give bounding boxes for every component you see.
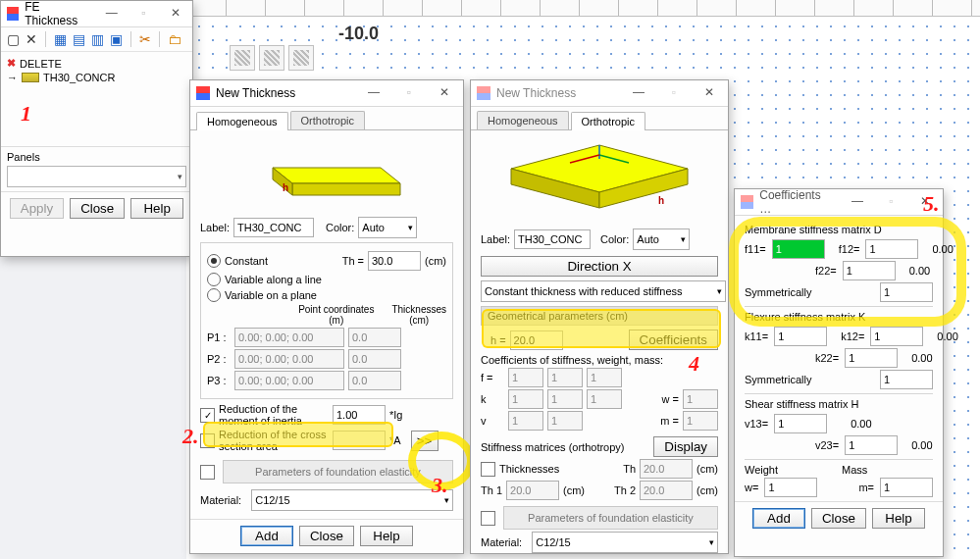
- pc-header-unit: (m): [329, 315, 343, 326]
- close-button[interactable]: ✕: [695, 82, 724, 104]
- maximize-button[interactable]: ▫: [394, 82, 424, 104]
- tab-orthotropic[interactable]: Orthotropic: [290, 111, 365, 129]
- direction-x-button[interactable]: Direction X: [481, 256, 718, 277]
- tree-row-th30[interactable]: → TH30_CONCR: [7, 71, 186, 84]
- selection-arrow-icon: →: [7, 72, 18, 83]
- minimize-button[interactable]: —: [624, 82, 653, 104]
- help-button[interactable]: Help: [130, 198, 183, 219]
- label-input[interactable]: [233, 218, 314, 237]
- close-button[interactable]: Close: [299, 526, 354, 546]
- f22-input[interactable]: [843, 261, 896, 280]
- tab-homogeneous[interactable]: Homogeneous: [477, 111, 569, 129]
- chk-reduction-inertia[interactable]: ✓: [200, 408, 215, 423]
- close-button[interactable]: ✕: [163, 3, 188, 25]
- foundation-elasticity-btn: Parameters of foundation elasticity: [503, 506, 718, 530]
- tool-hatch-2[interactable]: [259, 45, 284, 71]
- k12-input[interactable]: [870, 327, 923, 346]
- f22-ro: 0.00: [909, 265, 930, 277]
- color-select[interactable]: Auto▾: [358, 217, 417, 238]
- view3-icon[interactable]: ▥: [91, 31, 104, 47]
- close-button[interactable]: Close: [811, 508, 866, 529]
- method-select[interactable]: Constant thickness with reduced stiffnes…: [481, 280, 726, 302]
- th-input: [640, 459, 693, 479]
- m-input[interactable]: [880, 478, 933, 497]
- expand-button[interactable]: >>: [411, 431, 438, 451]
- w-input[interactable]: [764, 478, 817, 497]
- color-select[interactable]: Auto▾: [633, 229, 690, 250]
- chk-foundation[interactable]: [481, 511, 495, 526]
- window-title: FE Thickness: [25, 0, 86, 27]
- th-input[interactable]: [368, 251, 421, 271]
- label-input[interactable]: [514, 229, 591, 249]
- red-cross-value: [333, 431, 386, 450]
- close-button[interactable]: Close: [70, 198, 125, 219]
- help-button[interactable]: Help: [872, 508, 925, 529]
- panels-combo[interactable]: ▾: [7, 166, 186, 187]
- view1-icon[interactable]: ▦: [54, 31, 67, 47]
- apply-button[interactable]: Apply: [10, 198, 64, 219]
- sym2-input[interactable]: [880, 370, 933, 389]
- material-select[interactable]: C12/15▾: [532, 532, 718, 553]
- chk-reduction-cross[interactable]: [200, 433, 215, 448]
- coefficients-button[interactable]: Coefficients: [629, 330, 718, 350]
- new-icon[interactable]: ▢: [7, 31, 20, 47]
- chk-foundation[interactable]: [200, 465, 215, 480]
- v-a: [508, 411, 543, 431]
- tool-hatch-1[interactable]: [230, 45, 255, 71]
- v-b: [547, 411, 583, 431]
- display-button[interactable]: Display: [653, 436, 718, 457]
- add-button[interactable]: Add: [240, 526, 293, 546]
- view4-icon[interactable]: ▣: [110, 31, 123, 47]
- p3-thick: [348, 371, 401, 390]
- cut-icon[interactable]: ✂: [139, 31, 151, 47]
- window-title: Coefficients …: [759, 188, 831, 216]
- th1-label: Th 1: [481, 484, 502, 496]
- sym-input[interactable]: [880, 282, 933, 302]
- k11-input[interactable]: [774, 327, 827, 346]
- f12-input[interactable]: [865, 239, 918, 259]
- thickness-tree[interactable]: ✖ DELETE → TH30_CONCR: [1, 52, 192, 146]
- view2-icon[interactable]: ▤: [73, 31, 85, 47]
- k22-input[interactable]: [845, 348, 898, 368]
- radio-constant[interactable]: [207, 254, 221, 268]
- f11-input[interactable]: [772, 239, 825, 259]
- tree-row-delete[interactable]: ✖ DELETE: [7, 56, 186, 71]
- help-button[interactable]: Help: [360, 526, 413, 546]
- red-inertia-value[interactable]: [333, 405, 386, 425]
- h-label: h =: [490, 334, 506, 346]
- material-select[interactable]: C12/15▾: [251, 489, 453, 511]
- maximize-button[interactable]: ▫: [659, 82, 689, 104]
- canvas-coordinate-label: -10.0: [338, 24, 379, 44]
- minimize-button[interactable]: —: [99, 3, 125, 25]
- radio-line[interactable]: [207, 273, 221, 286]
- tab-orthotropic[interactable]: Orthotropic: [571, 112, 645, 130]
- minimize-button[interactable]: —: [359, 82, 388, 104]
- lbl-thicknesses: Thicknesses: [499, 463, 559, 475]
- radio-plane[interactable]: [207, 288, 221, 302]
- h-input[interactable]: [510, 330, 563, 350]
- v23-input[interactable]: [845, 435, 898, 455]
- maximize-button[interactable]: ▫: [130, 3, 156, 25]
- panels-label: Panels: [7, 151, 186, 163]
- close-button[interactable]: ✕: [911, 191, 939, 213]
- fe-thickness-window: FE Thickness — ▫ ✕ ▢ ✕ ▦ ▤ ▥ ▣ ✂ 🗀 ✖ DEL…: [0, 0, 193, 257]
- maximize-button[interactable]: ▫: [877, 191, 904, 213]
- delete-icon[interactable]: ✕: [26, 31, 37, 47]
- open-icon[interactable]: 🗀: [168, 31, 181, 47]
- shear-header: Shear stiffness matrix H: [745, 398, 933, 410]
- opt-plane: Variable on a plane: [225, 289, 317, 301]
- color-label: Color:: [600, 233, 629, 245]
- add-button[interactable]: Add: [752, 508, 805, 529]
- lbl-red-cross: Reduction of the cross section area: [219, 429, 329, 452]
- chk-thicknesses[interactable]: [481, 462, 495, 477]
- k12-label: k12=: [841, 330, 864, 342]
- close-button[interactable]: ✕: [430, 82, 459, 104]
- f-b: [547, 368, 583, 387]
- minimize-button[interactable]: —: [844, 191, 871, 213]
- tool-hatch-3[interactable]: [288, 45, 314, 71]
- k-b: [547, 389, 583, 409]
- tab-homogeneous[interactable]: Homogeneous: [196, 112, 288, 130]
- v13-input[interactable]: [774, 414, 827, 433]
- mem-header: Membrane stiffness matrix D: [745, 224, 933, 235]
- ruler-top: [186, 0, 980, 17]
